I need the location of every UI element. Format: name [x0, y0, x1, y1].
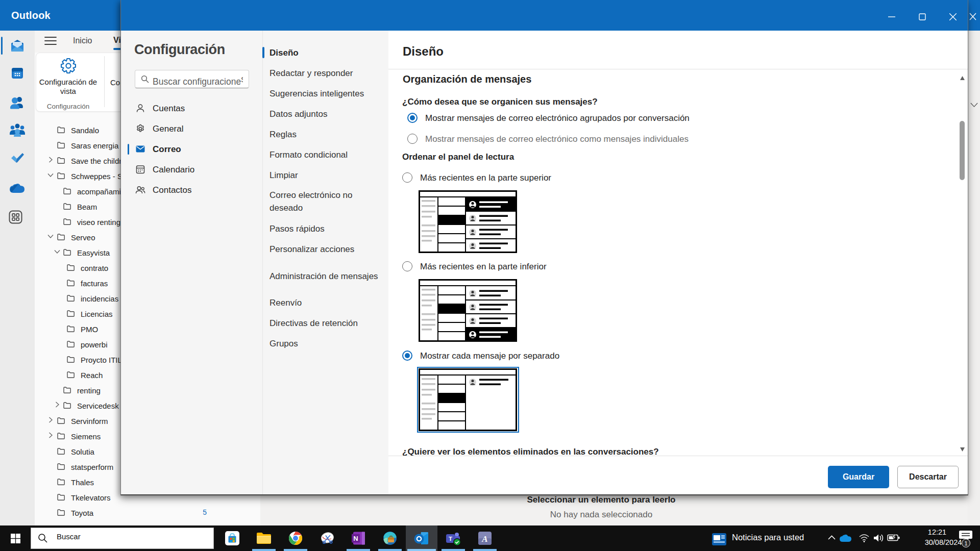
svg-text:N: N — [353, 535, 358, 542]
svg-text:A: A — [481, 534, 487, 544]
svg-text:T: T — [449, 536, 452, 542]
